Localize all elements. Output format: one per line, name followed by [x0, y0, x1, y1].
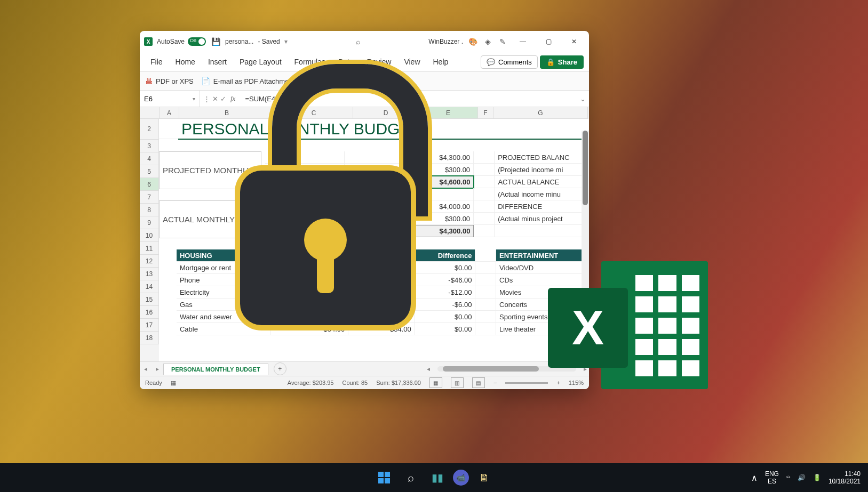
cell[interactable]: $300.00 [412, 164, 474, 176]
entertainment-header[interactable]: ENTERTAINMENT [496, 249, 589, 262]
col-header-b[interactable]: B [179, 107, 275, 119]
row-header[interactable]: 14 [140, 280, 159, 293]
normal-view-button[interactable]: ▦ [429, 377, 442, 388]
namebox-more-icon[interactable]: ⋮ [203, 95, 210, 103]
cell[interactable]: Video/DVD [496, 262, 589, 274]
sheet-title[interactable]: PERSONAL MONTHLY BUDGET [178, 119, 589, 140]
cell[interactable]: $0.00 [415, 323, 476, 335]
cell[interactable]: Water and sewer [177, 311, 270, 323]
cell[interactable]: Total monthly income [265, 176, 345, 188]
col-header-f[interactable]: F [478, 107, 493, 119]
hscroll-right-icon[interactable]: ▸ [582, 365, 589, 373]
row-header[interactable]: 6 [140, 178, 159, 191]
cell[interactable]: Income 1 [265, 151, 345, 164]
cell[interactable]: Gas [177, 299, 270, 311]
account-avatar-icon[interactable]: 🎨 [467, 36, 478, 47]
pen-icon[interactable]: ✎ [497, 36, 508, 47]
cell[interactable]: DIFFERENCE [495, 200, 589, 213]
cell[interactable]: $8.00 [348, 311, 415, 323]
chat-icon[interactable]: 📹 [453, 470, 469, 486]
page-break-view-button[interactable]: ▤ [472, 377, 485, 388]
taskbar-search-icon[interactable]: ⌕ [400, 466, 422, 489]
cell[interactable]: $54.00 [270, 274, 349, 286]
row-header[interactable]: 9 [140, 216, 159, 229]
cell[interactable]: $1,000.00 [348, 262, 415, 274]
save-icon[interactable]: 💾 [210, 36, 221, 47]
cell[interactable]: ACTUAL BALANCE [495, 176, 589, 188]
filename-dropdown-icon[interactable]: ▾ [284, 38, 288, 45]
housing-header[interactable]: HOUSING [177, 249, 270, 262]
accept-formula-icon[interactable]: ✓ [220, 95, 226, 103]
comments-button[interactable]: 💬Comments [481, 55, 538, 69]
start-button[interactable] [373, 466, 395, 489]
battery-icon[interactable]: 🔋 [813, 474, 821, 481]
menu-formulas[interactable]: Formulas [289, 54, 331, 69]
menu-file[interactable]: File [145, 54, 168, 69]
row-header[interactable]: 2 [140, 119, 159, 140]
chevron-down-icon[interactable]: ▾ [193, 96, 195, 102]
row-header[interactable]: 5 [140, 165, 159, 178]
cell[interactable]: Phone [177, 274, 270, 286]
cell[interactable]: Cable [177, 323, 270, 335]
cell[interactable]: (Actual income minu [495, 188, 589, 200]
col-header-e[interactable]: E [419, 107, 478, 119]
row-header[interactable]: 18 [140, 332, 159, 344]
cell[interactable]: CDs [496, 274, 589, 286]
pdf-xps-button[interactable]: 🖶PDF or XPS [145, 77, 194, 85]
row-header[interactable]: 16 [140, 306, 159, 319]
autosave-toggle[interactable]: AutoSave On [157, 37, 206, 46]
zoom-level[interactable]: 115% [569, 380, 584, 386]
menu-insert[interactable]: Insert [203, 54, 232, 69]
row-header[interactable]: 13 [140, 268, 159, 280]
projected-income-label[interactable]: PROJECTED MONTHLY INCOME [159, 151, 261, 189]
accessibility-icon[interactable]: ▦ [171, 380, 176, 386]
wifi-icon[interactable]: ⌔ [786, 474, 790, 481]
ribbon-overflow-icon[interactable]: ⊽ [302, 77, 307, 85]
row-header[interactable]: 12 [140, 255, 159, 268]
cell[interactable]: $34.00 [348, 323, 415, 335]
formula-bar[interactable]: =SUM(E4:E5) [241, 95, 576, 103]
file-explorer-icon[interactable]: 🗎 [473, 466, 496, 489]
filename[interactable]: persona... [225, 38, 253, 45]
volume-icon[interactable]: 🔊 [798, 474, 806, 481]
tray-chevron-icon[interactable]: ∧ [751, 473, 758, 483]
cell[interactable]: $100.00 [348, 274, 415, 286]
cell[interactable]: $0.00 [415, 262, 476, 274]
actual-income-label[interactable]: ACTUAL MONTHLY INCOME [159, 200, 261, 238]
row-header[interactable]: 10 [140, 229, 159, 242]
zoom-in-button[interactable]: + [556, 380, 560, 386]
row-header[interactable]: 4 [140, 152, 159, 165]
clock[interactable]: 11:4010/18/2021 [829, 470, 861, 486]
col-actual-cost[interactable]: Actual Cost [348, 249, 415, 262]
cell[interactable]: $0.00 [415, 311, 476, 323]
minimize-button[interactable]: — [512, 33, 533, 50]
cell[interactable]: -$6.00 [415, 299, 476, 311]
col-header-c[interactable]: C [275, 107, 353, 119]
cell[interactable]: $56.00 [348, 286, 415, 299]
cell[interactable]: $4,000.00 [412, 200, 474, 213]
select-all-corner[interactable] [140, 107, 160, 119]
scroll-thumb[interactable] [443, 366, 539, 372]
cells-area[interactable]: PERSONAL MONTHLY BUDGET PROJECTED MONTHL… [159, 119, 589, 361]
cell[interactable]: (Actual minus project [495, 213, 589, 225]
row-header[interactable]: 11 [140, 242, 159, 255]
col-header-g[interactable]: G [493, 107, 588, 119]
cell[interactable]: Live theater [496, 323, 589, 335]
cell[interactable]: Total monthly income [265, 225, 345, 237]
sheet-tab[interactable]: PERSONAL MONTHLY BUDGET [163, 364, 268, 375]
toggle-switch[interactable]: On [188, 37, 206, 46]
email-pdf-button[interactable]: 📄E-mail as PDF Attachment [201, 77, 294, 85]
row-header[interactable]: 7 [140, 191, 159, 204]
cell[interactable]: (Projected income mi [495, 164, 589, 176]
share-button[interactable]: 🔒Share [540, 55, 584, 69]
cell[interactable]: Extra income [265, 213, 345, 225]
row-header[interactable]: 3 [140, 140, 159, 152]
menu-view[interactable]: View [399, 54, 425, 69]
row-header[interactable]: 15 [140, 293, 159, 306]
cell[interactable]: Extra income [265, 164, 345, 176]
diamond-icon[interactable]: ◈ [482, 36, 493, 47]
tab-prev-icon[interactable]: ◂ [140, 365, 152, 373]
scroll-thumb[interactable] [583, 131, 588, 205]
cell[interactable]: Sporting events [496, 311, 589, 323]
cell[interactable]: PROJECTED BALANC [495, 151, 589, 164]
